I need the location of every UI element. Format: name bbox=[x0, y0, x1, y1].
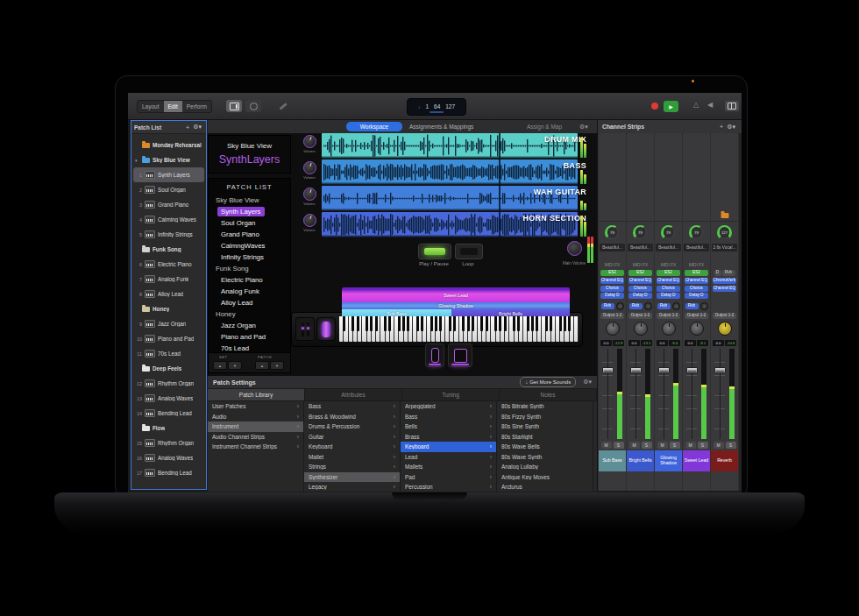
library-row[interactable]: Legacy› bbox=[304, 482, 400, 492]
instrument-button[interactable]: ES2 bbox=[628, 270, 652, 276]
sidebar-item-patch[interactable]: 4Calming Waves bbox=[131, 212, 206, 227]
track-volume-control[interactable]: Volume bbox=[297, 212, 322, 237]
channel-strip-name[interactable]: Reverb bbox=[711, 450, 738, 471]
fader-thumb[interactable] bbox=[686, 367, 698, 373]
mute-button[interactable]: M bbox=[657, 442, 668, 449]
send-knob[interactable] bbox=[644, 302, 652, 310]
sidebar-item-patch[interactable]: 7Analog Funk bbox=[131, 272, 206, 287]
channel-strip-name[interactable]: Bright Bells bbox=[627, 450, 654, 471]
library-row[interactable]: Mallet› bbox=[304, 452, 400, 463]
library-row[interactable]: Arcturus bbox=[497, 482, 593, 492]
fader-thumb[interactable] bbox=[630, 367, 642, 373]
instrument-button[interactable]: ES2 bbox=[600, 270, 624, 276]
channel-strip[interactable]: 1272.6s Vocal...DRvbChromaVerbChannel EQ… bbox=[711, 133, 738, 491]
library-row[interactable]: Arpeggiated› bbox=[401, 401, 496, 412]
solo-button[interactable]: S bbox=[698, 442, 708, 449]
mode-switcher[interactable]: Layout Edit Perform bbox=[137, 100, 212, 113]
library-row[interactable]: Synthesizer› bbox=[304, 472, 400, 483]
previous-set-button[interactable]: ▲ bbox=[213, 361, 227, 370]
loop-screen-button[interactable] bbox=[455, 244, 483, 259]
send-button[interactable]: Rvb bbox=[685, 303, 699, 309]
library-row[interactable]: Drums & Percussion› bbox=[304, 421, 400, 432]
patch-widget-patch-row[interactable]: Synth Layers bbox=[209, 206, 290, 217]
mode-layout[interactable]: Layout bbox=[138, 101, 164, 112]
patch-settings-action-menu[interactable]: ⚙▾ bbox=[583, 379, 592, 386]
output-button[interactable]: Output 1-2 bbox=[628, 313, 652, 319]
insert-fx-button[interactable]: Delay D bbox=[600, 293, 624, 299]
library-row[interactable]: 80s Fizzy Synth bbox=[497, 412, 593, 422]
patch-list-widget[interactable]: PATCH LIST Sky Blue ViewSynth LayersSoul… bbox=[208, 178, 291, 373]
pan-knob[interactable] bbox=[690, 322, 704, 336]
sidebar-item-patch[interactable]: 17Bending Lead bbox=[131, 465, 206, 480]
next-patch-button[interactable]: ▼ bbox=[270, 361, 284, 370]
library-row[interactable]: Guitar› bbox=[304, 432, 400, 443]
insert-fx-button[interactable]: Delay D bbox=[657, 293, 680, 299]
strip-mini-button[interactable]: Rvb bbox=[722, 270, 735, 276]
preset-knob[interactable]: 79 bbox=[633, 225, 648, 240]
patch-widget-patch-row[interactable]: CalmngWaves bbox=[209, 240, 290, 251]
sustain-pedal[interactable] bbox=[425, 343, 444, 367]
library-row[interactable]: Antique Key Moves bbox=[497, 472, 593, 483]
channel-strip[interactable]: 79Beautiful...MIDI FXES2Channel EQChorus… bbox=[683, 133, 710, 491]
send-button[interactable]: Rvb bbox=[657, 303, 671, 309]
sidebar-item-patch[interactable]: 10Piano and Pad bbox=[131, 331, 206, 346]
mute-button[interactable]: M bbox=[601, 442, 612, 449]
insert-fx-button[interactable]: Channel EQ bbox=[600, 278, 624, 284]
sidebar-item-set[interactable]: Honey bbox=[131, 301, 206, 316]
insert-fx-button[interactable]: Channel EQ bbox=[628, 278, 652, 284]
track-volume-control[interactable]: Volume bbox=[297, 186, 322, 211]
patch-widget-patch-row[interactable]: Analog Funk bbox=[209, 286, 290, 297]
layer-sweet-lead[interactable]: Sweet Lead bbox=[342, 287, 570, 302]
pan-knob[interactable] bbox=[662, 322, 676, 336]
screen-controls-button[interactable] bbox=[226, 100, 242, 112]
sidebar-item-patch[interactable]: 6Electric Piano bbox=[131, 257, 206, 272]
library-row[interactable]: Brass› bbox=[401, 432, 496, 443]
patch-settings-tab-tuning[interactable]: Tuning bbox=[402, 389, 500, 400]
sidebar-item-patch[interactable]: 8Alloy Lead bbox=[131, 287, 206, 301]
channel-strips-action-menu[interactable]: ⚙▾ bbox=[725, 124, 737, 131]
sidebar-item-patch[interactable]: 5Infinity Strings bbox=[131, 227, 206, 242]
library-row[interactable]: Keyboard› bbox=[401, 442, 496, 452]
preset-knob[interactable]: 79 bbox=[689, 225, 704, 240]
patch-settings-tab-notes[interactable]: Notes bbox=[500, 389, 597, 400]
record-button[interactable] bbox=[651, 103, 658, 110]
library-row[interactable]: Keyboard› bbox=[304, 442, 400, 452]
insert-fx-button[interactable]: Delay D bbox=[628, 293, 652, 299]
patch-settings-tab-patch-library[interactable]: Patch Library bbox=[208, 389, 305, 400]
fader-thumb[interactable] bbox=[714, 367, 726, 373]
get-more-sounds-button[interactable]: ↓ Get More Sounds bbox=[520, 377, 576, 387]
mute-button[interactable]: M bbox=[685, 442, 696, 449]
preset-knob[interactable]: 127 bbox=[717, 225, 732, 240]
library-row[interactable]: Bass› bbox=[401, 412, 496, 422]
channel-strip[interactable]: 79Beautiful...MIDI FXES2Channel EQChorus… bbox=[599, 133, 626, 491]
insert-fx-button[interactable]: Delay D bbox=[685, 293, 708, 299]
mode-perform[interactable]: Perform bbox=[182, 101, 211, 112]
patch-widget-patch-row[interactable]: Alloy Lead bbox=[209, 297, 290, 308]
volume-knob[interactable] bbox=[303, 161, 316, 174]
preset-knob[interactable]: 79 bbox=[661, 225, 676, 240]
solo-button[interactable]: S bbox=[670, 442, 680, 449]
tab-workspace[interactable]: Workspace bbox=[346, 122, 402, 131]
insert-fx-button[interactable]: Chorus bbox=[657, 286, 680, 292]
channel-strip[interactable]: 79Beautiful...MIDI FXES2Channel EQChorus… bbox=[655, 133, 682, 491]
send-button[interactable]: Rvb bbox=[601, 303, 614, 309]
patch-widget-patch-row[interactable]: Infinity Strings bbox=[209, 251, 290, 263]
add-patch-button[interactable]: + bbox=[184, 124, 191, 131]
sidebar-item-patch[interactable]: 9Jazz Organ bbox=[131, 316, 206, 331]
play-button[interactable]: ▶ bbox=[664, 101, 678, 112]
volume-knob[interactable] bbox=[303, 135, 316, 148]
sidebar-item-set[interactable]: ▾Sky Blue View bbox=[131, 152, 206, 167]
library-row[interactable]: 80s Starlight bbox=[497, 432, 593, 443]
insert-fx-button[interactable]: Channel EQ bbox=[685, 278, 708, 284]
track-volume-control[interactable]: Volume bbox=[297, 133, 322, 159]
tab-assignments-mappings[interactable]: Assignments & Mappings bbox=[409, 122, 473, 131]
insert-fx-button[interactable]: ChromaVerb bbox=[713, 278, 736, 284]
sidebar-item-set[interactable]: Funk Song bbox=[131, 242, 206, 257]
insert-fx-button[interactable]: Chorus bbox=[628, 286, 652, 292]
library-row[interactable]: Instrument› bbox=[208, 421, 303, 432]
play-pause-screen-button[interactable] bbox=[418, 244, 451, 259]
insert-fx-button[interactable]: Chorus bbox=[600, 286, 624, 292]
expression-pedal[interactable] bbox=[448, 343, 472, 367]
channel-strip-inspector-button[interactable] bbox=[245, 100, 261, 112]
insert-fx-button[interactable]: Channel EQ bbox=[657, 278, 680, 284]
